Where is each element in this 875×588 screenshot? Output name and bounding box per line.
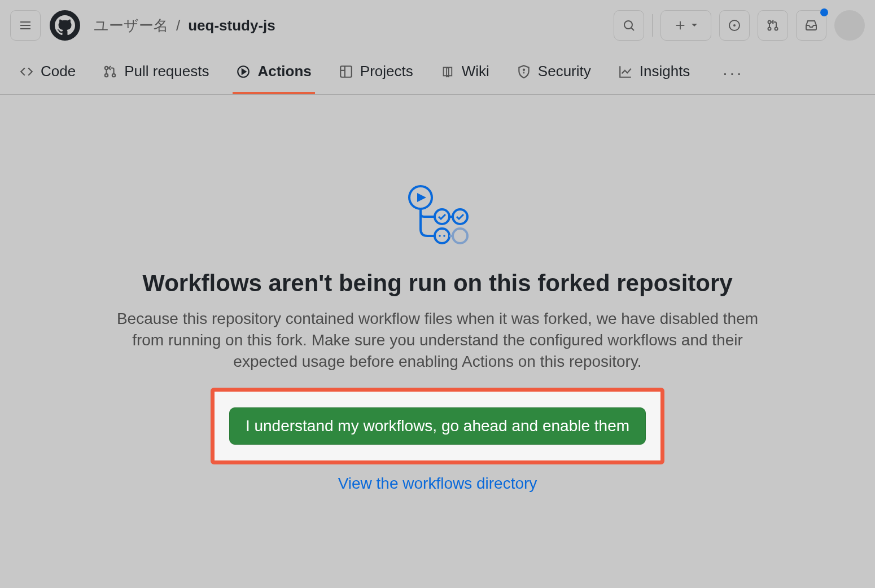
- search-button[interactable]: [614, 10, 644, 41]
- page-title: Workflows aren't being run on this forke…: [142, 270, 732, 297]
- tab-wiki[interactable]: Wiki: [437, 51, 493, 94]
- tab-overflow-menu[interactable]: ···: [723, 63, 743, 82]
- view-workflows-link[interactable]: View the workflows directory: [338, 475, 537, 493]
- svg-point-27: [435, 229, 449, 243]
- tab-insights-label: Insights: [640, 63, 690, 80]
- breadcrumb-separator: /: [176, 17, 180, 34]
- svg-point-13: [105, 73, 108, 76]
- highlight-annotation: I understand my workflows, go ahead and …: [211, 388, 664, 464]
- hamburger-icon: [19, 19, 32, 32]
- search-icon: [622, 19, 636, 32]
- header: ユーザー名 / ueq-study-js: [0, 0, 875, 51]
- header-right: [614, 10, 865, 41]
- svg-point-28: [439, 235, 441, 237]
- repo-tabs: Code Pull requests Actions Projects Wiki…: [0, 51, 875, 95]
- github-logo[interactable]: [50, 10, 80, 41]
- add-menu-button[interactable]: [660, 10, 711, 41]
- svg-point-3: [624, 21, 632, 29]
- book-icon: [440, 64, 455, 79]
- issue-icon: [728, 19, 741, 32]
- tab-projects-label: Projects: [360, 63, 413, 80]
- github-icon: [55, 15, 75, 36]
- code-icon: [19, 64, 34, 79]
- plus-icon: [674, 19, 686, 32]
- enable-workflows-button[interactable]: I understand my workflows, go ahead and …: [229, 407, 646, 445]
- svg-marker-16: [242, 69, 246, 74]
- svg-point-10: [768, 28, 771, 30]
- git-pull-request-icon: [766, 19, 780, 32]
- tab-actions[interactable]: Actions: [233, 51, 314, 94]
- tab-pull-requests[interactable]: Pull requests: [99, 51, 212, 94]
- tab-actions-label: Actions: [257, 63, 311, 80]
- play-circle-icon: [236, 64, 251, 79]
- tab-code[interactable]: Code: [16, 51, 79, 94]
- svg-point-14: [112, 73, 115, 76]
- issues-button[interactable]: [719, 10, 750, 41]
- tab-security-label: Security: [538, 63, 591, 80]
- svg-point-8: [733, 24, 736, 27]
- page-description: Because this repository contained workfl…: [104, 308, 771, 372]
- workflow-illustration-icon: [404, 185, 471, 247]
- svg-point-30: [453, 229, 467, 243]
- notifications-button[interactable]: [796, 10, 826, 41]
- git-pull-request-icon: [103, 64, 117, 79]
- tab-code-label: Code: [41, 63, 76, 80]
- tab-pulls-label: Pull requests: [124, 63, 209, 80]
- repo-link[interactable]: ueq-study-js: [188, 17, 275, 34]
- svg-point-11: [775, 28, 778, 30]
- shield-icon: [517, 64, 531, 79]
- main-content: Workflows aren't being run on this forke…: [0, 95, 875, 493]
- avatar[interactable]: [834, 10, 865, 41]
- menu-button[interactable]: [10, 10, 41, 41]
- tab-security[interactable]: Security: [513, 51, 594, 94]
- svg-point-12: [105, 66, 108, 69]
- svg-line-4: [631, 28, 634, 30]
- project-icon: [339, 64, 353, 79]
- divider: [652, 14, 653, 37]
- pull-requests-button[interactable]: [758, 10, 788, 41]
- svg-rect-17: [340, 66, 352, 77]
- tab-insights[interactable]: Insights: [615, 51, 694, 94]
- svg-point-9: [768, 21, 771, 24]
- tab-wiki-label: Wiki: [462, 63, 489, 80]
- owner-link[interactable]: ユーザー名: [94, 16, 168, 36]
- svg-point-20: [523, 69, 524, 70]
- breadcrumb: ユーザー名 / ueq-study-js: [94, 16, 275, 36]
- graph-icon: [618, 64, 633, 79]
- inbox-icon: [804, 19, 818, 32]
- caret-down-icon: [691, 22, 698, 29]
- svg-point-29: [443, 235, 445, 237]
- tab-projects[interactable]: Projects: [335, 51, 417, 94]
- svg-marker-23: [417, 193, 426, 202]
